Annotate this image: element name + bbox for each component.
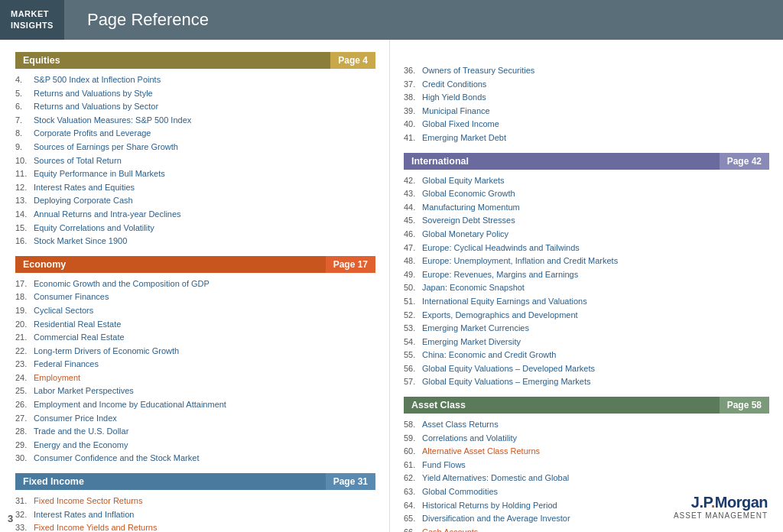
list-item[interactable]: 60.Alternative Asset Class Returns — [404, 445, 769, 459]
list-item[interactable]: 30.Consumer Confidence and the Stock Mar… — [15, 452, 375, 466]
list-item[interactable]: 52.Exports, Demographics and Development — [404, 309, 769, 323]
main-content: Equities Page 4 4.S&P 500 Index at Infle… — [0, 40, 783, 532]
fixed-income-continued-list: 36.Owners of Treasury Securities 37.Cred… — [404, 64, 769, 145]
list-item[interactable]: 56.Global Equity Valuations – Developed … — [404, 362, 769, 376]
list-item[interactable]: 62.Yield Alternatives: Domestic and Glob… — [404, 472, 769, 485]
header: MARKET INSIGHTS Page Reference — [0, 0, 783, 40]
list-item[interactable]: 19.Cyclical Sectors — [15, 304, 375, 318]
list-item[interactable]: 36.Owners of Treasury Securities — [404, 64, 769, 78]
list-item[interactable]: 4.S&P 500 Index at Inflection Points — [15, 73, 375, 87]
list-item[interactable]: 18.Consumer Finances — [15, 290, 375, 304]
list-item[interactable]: 29.Energy and the Economy — [15, 439, 375, 453]
international-list: 42.Global Equity Markets 43.Global Econo… — [404, 174, 769, 390]
list-item[interactable]: 25.Labor Market Perspectives — [15, 384, 375, 398]
list-item[interactable]: 7.Stock Valuation Measures: S&P 500 Inde… — [15, 114, 375, 128]
list-item[interactable]: 42.Global Equity Markets — [404, 174, 769, 188]
list-item[interactable]: 11.Equity Performance in Bull Markets — [15, 167, 375, 181]
list-item[interactable]: 21.Commercial Real Estate — [15, 331, 375, 345]
equities-list: 4.S&P 500 Index at Inflection Points 5.R… — [15, 73, 375, 248]
fixed-income-title: Fixed Income — [15, 473, 326, 490]
list-item[interactable]: 50.Japan: Economic Snapshot — [404, 281, 769, 295]
international-title: International — [404, 153, 720, 170]
list-item[interactable]: 26.Employment and Income by Educational … — [15, 398, 375, 412]
list-item[interactable]: 27.Consumer Price Index — [15, 412, 375, 426]
list-item[interactable]: 22.Long-term Drivers of Economic Growth — [15, 345, 375, 358]
list-item[interactable]: 44.Manufacturing Momentum — [404, 201, 769, 215]
asset-class-title: Asset Class — [404, 397, 720, 414]
fixed-income-list: 31.Fixed Income Sector Returns 32.Intere… — [15, 495, 375, 532]
equities-page: Page 4 — [330, 52, 375, 69]
list-item[interactable]: 20.Residential Real Estate — [15, 318, 375, 332]
list-item[interactable]: 43.Global Economic Growth — [404, 187, 769, 201]
list-item[interactable]: 57.Global Equity Valuations – Emerging M… — [404, 375, 769, 389]
international-section-header: International Page 42 — [404, 153, 769, 170]
equities-section-header: Equities Page 4 — [15, 52, 375, 69]
list-item[interactable]: 61.Fund Flows — [404, 459, 769, 472]
economy-title: Economy — [15, 256, 326, 273]
fixed-income-page: Page 31 — [326, 473, 375, 490]
list-item[interactable]: 31.Fixed Income Sector Returns — [15, 495, 375, 508]
asset-class-page: Page 58 — [720, 397, 769, 414]
list-item[interactable]: 12.Interest Rates and Equities — [15, 181, 375, 195]
brand-box: MARKET INSIGHTS — [0, 0, 64, 40]
list-item[interactable]: 45.Sovereign Debt Stresses — [404, 214, 769, 228]
international-page: Page 42 — [720, 153, 769, 170]
list-item[interactable]: 24.Employment — [15, 371, 375, 385]
list-item[interactable]: 8.Corporate Profits and Leverage — [15, 127, 375, 141]
jpmorgan-sub: Asset Management — [674, 511, 768, 520]
list-item[interactable]: 55.China: Economic and Credit Growth — [404, 349, 769, 362]
economy-list: 17.Economic Growth and the Composition o… — [15, 277, 375, 466]
page-title: Page Reference — [64, 10, 209, 30]
list-item[interactable]: 51.International Equity Earnings and Val… — [404, 295, 769, 309]
list-item[interactable]: 40.Global Fixed Income — [404, 118, 769, 131]
equities-title: Equities — [15, 52, 330, 69]
list-item[interactable]: 54.Emerging Market Diversity — [404, 336, 769, 349]
list-item[interactable]: 6.Returns and Valuations by Sector — [15, 100, 375, 114]
list-item[interactable]: 59.Correlations and Volatility — [404, 432, 769, 446]
list-item[interactable]: 46.Global Monetary Policy — [404, 228, 769, 242]
list-item[interactable]: 10.Sources of Total Return — [15, 154, 375, 168]
list-item[interactable]: 48.Europe: Unemployment, Inflation and C… — [404, 255, 769, 268]
list-item[interactable]: 58.Asset Class Returns — [404, 418, 769, 432]
brand-line1: MARKET — [11, 8, 54, 20]
list-item[interactable]: 47.Europe: Cyclical Headwinds and Tailwi… — [404, 242, 769, 255]
list-item[interactable]: 66.Cash Accounts — [404, 526, 769, 532]
asset-class-section-header: Asset Class Page 58 — [404, 397, 769, 414]
list-item[interactable]: 5.Returns and Valuations by Style — [15, 87, 375, 101]
brand-line2: INSIGHTS — [11, 20, 54, 31]
list-item[interactable]: 23.Federal Finances — [15, 358, 375, 371]
economy-section-header: Economy Page 17 — [15, 256, 375, 273]
list-item[interactable]: 15.Equity Correlations and Volatility — [15, 222, 375, 235]
left-column: Equities Page 4 4.S&P 500 Index at Infle… — [0, 40, 390, 532]
list-item[interactable]: 16.Stock Market Since 1900 — [15, 235, 375, 248]
list-item[interactable]: 49.Europe: Revenues, Margins and Earning… — [404, 268, 769, 282]
list-item[interactable]: 37.Credit Conditions — [404, 78, 769, 92]
list-item[interactable]: 17.Economic Growth and the Composition o… — [15, 277, 375, 291]
right-column: 36.Owners of Treasury Securities 37.Cred… — [390, 40, 783, 532]
list-item[interactable]: 9.Sources of Earnings per Share Growth — [15, 141, 375, 154]
list-item[interactable]: 38.High Yield Bonds — [404, 91, 769, 105]
list-item[interactable]: 33.Fixed Income Yields and Returns — [15, 521, 375, 532]
list-item[interactable]: 32.Interest Rates and Inflation — [15, 508, 375, 522]
fixed-income-section-header: Fixed Income Page 31 — [15, 473, 375, 490]
page-number: 3 — [8, 513, 13, 524]
jpmorgan-logo: J.P.Morgan Asset Management — [674, 494, 768, 520]
list-item[interactable]: 13.Deploying Corporate Cash — [15, 194, 375, 208]
list-item[interactable]: 39.Municipal Finance — [404, 105, 769, 118]
list-item[interactable]: 14.Annual Returns and Intra-year Decline… — [15, 208, 375, 222]
economy-page: Page 17 — [326, 256, 375, 273]
list-item[interactable]: 41.Emerging Market Debt — [404, 131, 769, 145]
list-item[interactable]: 53.Emerging Market Currencies — [404, 322, 769, 336]
jpmorgan-name: J.P.Morgan — [674, 494, 768, 511]
list-item[interactable]: 28.Trade and the U.S. Dollar — [15, 425, 375, 439]
